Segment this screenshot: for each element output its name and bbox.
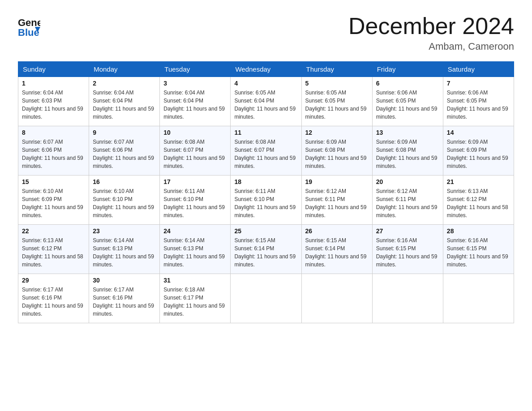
day-number: 27 [376,227,439,235]
day-number: 28 [447,227,510,235]
day-number: 14 [447,129,510,136]
day-number: 15 [22,178,85,185]
day-number: 12 [305,129,369,136]
day-number: 22 [22,227,85,235]
day-info: Sunrise: 6:16 AM Sunset: 6:15 PM Dayligh… [376,236,439,269]
calendar-cell: 23 Sunrise: 6:14 AM Sunset: 6:13 PM Dayl… [89,225,160,274]
calendar-cell: 26 Sunrise: 6:15 AM Sunset: 6:14 PM Dayl… [301,225,372,274]
calendar-cell: 27 Sunrise: 6:16 AM Sunset: 6:15 PM Dayl… [372,225,443,274]
day-info: Sunrise: 6:14 AM Sunset: 6:13 PM Dayligh… [93,236,156,269]
day-info: Sunrise: 6:13 AM Sunset: 6:12 PM Dayligh… [22,236,85,269]
day-info: Sunrise: 6:10 AM Sunset: 6:09 PM Dayligh… [22,187,85,219]
day-info: Sunrise: 6:16 AM Sunset: 6:15 PM Dayligh… [447,236,510,269]
header-thursday: Thursday [301,62,372,77]
calendar-cell: 2 Sunrise: 6:04 AM Sunset: 6:04 PM Dayli… [89,77,160,126]
day-info: Sunrise: 6:15 AM Sunset: 6:14 PM Dayligh… [305,236,369,269]
day-info: Sunrise: 6:04 AM Sunset: 6:04 PM Dayligh… [93,89,156,121]
calendar-cell: 30 Sunrise: 6:17 AM Sunset: 6:16 PM Dayl… [89,274,160,323]
logo: General Blue [18,13,42,38]
calendar-cell: 9 Sunrise: 6:07 AM Sunset: 6:06 PM Dayli… [89,126,160,176]
calendar-cell: 31 Sunrise: 6:18 AM Sunset: 6:17 PM Dayl… [160,274,231,323]
day-number: 18 [234,178,297,185]
header-tuesday: Tuesday [160,62,231,77]
day-number: 7 [447,80,510,87]
day-info: Sunrise: 6:11 AM Sunset: 6:10 PM Dayligh… [234,187,297,219]
calendar-cell: 5 Sunrise: 6:05 AM Sunset: 6:05 PM Dayli… [301,77,372,126]
title-section: December 2024 Ambam, Cameroon [348,13,514,52]
calendar-cell: 21 Sunrise: 6:13 AM Sunset: 6:12 PM Dayl… [443,176,514,225]
day-info: Sunrise: 6:04 AM Sunset: 6:04 PM Dayligh… [163,89,227,121]
calendar-cell: 28 Sunrise: 6:16 AM Sunset: 6:15 PM Dayl… [443,225,514,274]
header-saturday: Saturday [443,62,514,77]
day-info: Sunrise: 6:17 AM Sunset: 6:16 PM Dayligh… [93,286,156,318]
week-row-3: 15 Sunrise: 6:10 AM Sunset: 6:09 PM Dayl… [18,176,514,225]
day-info: Sunrise: 6:05 AM Sunset: 6:05 PM Dayligh… [305,89,369,121]
day-info: Sunrise: 6:06 AM Sunset: 6:05 PM Dayligh… [447,89,510,121]
day-number: 29 [22,277,85,284]
day-number: 20 [376,178,439,185]
calendar-cell [443,274,514,323]
calendar-cell: 15 Sunrise: 6:10 AM Sunset: 6:09 PM Dayl… [18,176,89,225]
day-number: 13 [376,129,439,136]
week-row-2: 8 Sunrise: 6:07 AM Sunset: 6:06 PM Dayli… [18,126,514,176]
header-sunday: Sunday [18,62,89,77]
day-info: Sunrise: 6:08 AM Sunset: 6:07 PM Dayligh… [163,138,227,170]
header-friday: Friday [372,62,443,77]
weekday-header-row: SundayMondayTuesdayWednesdayThursdayFrid… [18,62,514,77]
week-row-4: 22 Sunrise: 6:13 AM Sunset: 6:12 PM Dayl… [18,225,514,274]
svg-text:Blue: Blue [18,27,39,38]
day-number: 6 [376,80,439,87]
day-number: 3 [163,80,227,87]
day-info: Sunrise: 6:11 AM Sunset: 6:10 PM Dayligh… [163,187,227,219]
calendar-cell: 29 Sunrise: 6:17 AM Sunset: 6:16 PM Dayl… [18,274,89,323]
day-number: 19 [305,178,369,185]
day-info: Sunrise: 6:17 AM Sunset: 6:16 PM Dayligh… [22,286,85,318]
header-monday: Monday [89,62,160,77]
day-number: 26 [305,227,369,235]
day-number: 2 [93,80,156,87]
calendar-cell: 25 Sunrise: 6:15 AM Sunset: 6:14 PM Dayl… [231,225,301,274]
day-number: 8 [22,129,85,136]
calendar-cell: 1 Sunrise: 6:04 AM Sunset: 6:03 PM Dayli… [18,77,89,126]
week-row-5: 29 Sunrise: 6:17 AM Sunset: 6:16 PM Dayl… [18,274,514,323]
day-info: Sunrise: 6:07 AM Sunset: 6:06 PM Dayligh… [22,138,85,170]
day-info: Sunrise: 6:07 AM Sunset: 6:06 PM Dayligh… [93,138,156,170]
day-number: 9 [93,129,156,136]
day-info: Sunrise: 6:06 AM Sunset: 6:05 PM Dayligh… [376,89,439,121]
calendar-cell: 8 Sunrise: 6:07 AM Sunset: 6:06 PM Dayli… [18,126,89,176]
day-number: 23 [93,227,156,235]
calendar-cell: 16 Sunrise: 6:10 AM Sunset: 6:10 PM Dayl… [89,176,160,225]
page-header: General Blue December 2024 Ambam, Camero… [18,13,514,52]
day-number: 10 [163,129,227,136]
calendar-cell: 19 Sunrise: 6:12 AM Sunset: 6:11 PM Dayl… [301,176,372,225]
day-info: Sunrise: 6:12 AM Sunset: 6:11 PM Dayligh… [305,187,369,219]
location: Ambam, Cameroon [348,41,514,52]
day-number: 30 [93,277,156,284]
logo-icon: General Blue [18,13,40,38]
day-info: Sunrise: 6:09 AM Sunset: 6:09 PM Dayligh… [447,138,510,170]
day-number: 16 [93,178,156,185]
calendar-cell [372,274,443,323]
calendar-cell: 22 Sunrise: 6:13 AM Sunset: 6:12 PM Dayl… [18,225,89,274]
calendar-cell: 13 Sunrise: 6:09 AM Sunset: 6:08 PM Dayl… [372,126,443,176]
calendar-cell: 6 Sunrise: 6:06 AM Sunset: 6:05 PM Dayli… [372,77,443,126]
day-info: Sunrise: 6:13 AM Sunset: 6:12 PM Dayligh… [447,187,510,219]
calendar-cell: 10 Sunrise: 6:08 AM Sunset: 6:07 PM Dayl… [160,126,231,176]
day-number: 21 [447,178,510,185]
day-number: 4 [234,80,297,87]
day-number: 24 [163,227,227,235]
calendar-cell: 3 Sunrise: 6:04 AM Sunset: 6:04 PM Dayli… [160,77,231,126]
day-number: 5 [305,80,369,87]
calendar-table: SundayMondayTuesdayWednesdayThursdayFrid… [18,61,514,323]
header-wednesday: Wednesday [231,62,301,77]
day-info: Sunrise: 6:18 AM Sunset: 6:17 PM Dayligh… [163,286,227,318]
day-number: 25 [234,227,297,235]
calendar-cell: 7 Sunrise: 6:06 AM Sunset: 6:05 PM Dayli… [443,77,514,126]
day-number: 31 [163,277,227,284]
week-row-1: 1 Sunrise: 6:04 AM Sunset: 6:03 PM Dayli… [18,77,514,126]
calendar-cell: 20 Sunrise: 6:12 AM Sunset: 6:11 PM Dayl… [372,176,443,225]
calendar-cell [301,274,372,323]
calendar-cell: 17 Sunrise: 6:11 AM Sunset: 6:10 PM Dayl… [160,176,231,225]
day-info: Sunrise: 6:09 AM Sunset: 6:08 PM Dayligh… [305,138,369,170]
calendar-cell [231,274,301,323]
